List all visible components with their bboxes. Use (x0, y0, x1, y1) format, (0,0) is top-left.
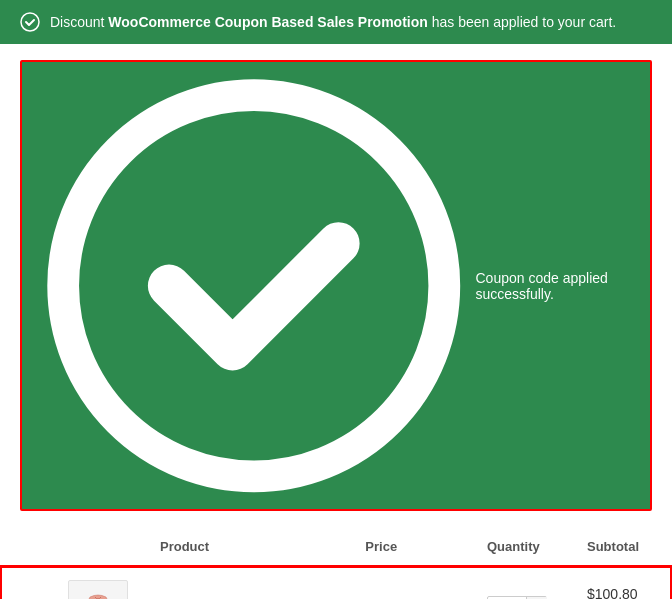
col-header-remove (1, 527, 52, 567)
col-header-thumb (52, 527, 144, 567)
check-circle-icon-2 (42, 74, 465, 497)
coupon-success-text: Coupon code applied successfully. (475, 270, 630, 302)
cart-table: Product Price Quantity Subtotal H (0, 527, 672, 599)
discount-notification: Discount WooCommerce Coupon Based Sales … (0, 0, 672, 44)
col-header-subtotal: Subtotal (571, 527, 671, 567)
col-header-quantity: Quantity (471, 527, 571, 567)
product-thumbnail (68, 580, 128, 599)
table-row: Hoodie - Red, No$42.00$33.60 ▲ ▼ $100.80… (1, 567, 671, 599)
discount-text: Discount WooCommerce Coupon Based Sales … (50, 14, 616, 30)
check-circle-icon (20, 12, 40, 32)
col-header-product: Product (144, 527, 349, 567)
svg-point-0 (21, 13, 39, 31)
coupon-success-banner: Coupon code applied successfully. (20, 60, 652, 511)
col-header-price: Price (349, 527, 471, 567)
subtotal-amount: $100.80 (587, 586, 638, 599)
svg-point-1 (63, 95, 444, 476)
